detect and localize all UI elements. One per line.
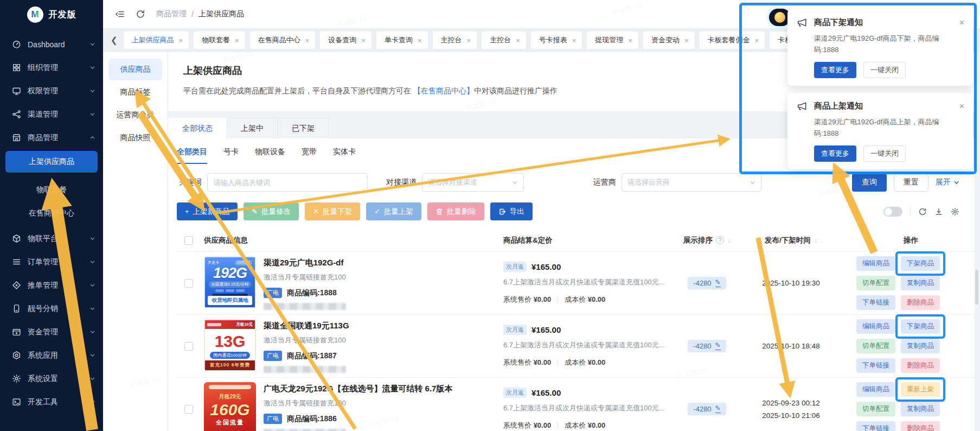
close-tab-icon[interactable]: ×	[516, 36, 520, 45]
close-tab-icon[interactable]: ×	[305, 36, 310, 45]
sidebar-item-4[interactable]: 商品管理	[0, 126, 103, 149]
refresh-table-icon[interactable]	[918, 207, 927, 216]
select-all-checkbox[interactable]	[184, 236, 193, 245]
edit-product-button[interactable]: 编辑商品	[856, 382, 895, 397]
edit-product-button[interactable]: 编辑商品	[856, 256, 895, 271]
close-tab-icon[interactable]: ×	[179, 36, 183, 45]
sort-value-pill[interactable]: -4280✎	[688, 403, 726, 415]
add-button[interactable]: + 上架新商品	[177, 202, 238, 220]
close-tab-icon[interactable]: ×	[572, 36, 577, 45]
batch-on-button[interactable]: ✓ 批量上架	[366, 202, 421, 220]
category-tab-2[interactable]: 物联设备	[255, 147, 285, 164]
delete-product-button[interactable]: 删除商品	[901, 295, 940, 310]
sort-icon[interactable]: ↓	[814, 237, 817, 244]
close-tab-icon[interactable]: ×	[361, 36, 366, 45]
offshelf-product-button[interactable]: 下架商品	[901, 256, 940, 271]
sidebar-item-12[interactable]: 开发工具	[0, 390, 103, 414]
tab-2[interactable]: 在售商品中心 ×	[250, 31, 316, 49]
close-tab-icon[interactable]: ×	[684, 36, 689, 45]
delete-product-button[interactable]: 删除商品	[901, 358, 940, 373]
collapse-sidebar-icon[interactable]	[115, 9, 125, 19]
sidebar-subitem-0[interactable]: 上架供应商品	[5, 151, 98, 173]
copy-product-button[interactable]: 复制商品	[901, 339, 940, 353]
sort-icon[interactable]: ↓	[727, 237, 731, 244]
view-more-button[interactable]: 查看更多	[814, 62, 856, 78]
channel-select[interactable]: 请选择对接渠道	[422, 173, 524, 192]
refresh-page-icon[interactable]	[136, 9, 145, 19]
category-tab-3[interactable]: 宽带	[302, 147, 317, 164]
close-tab-icon[interactable]: ×	[418, 36, 422, 45]
tab-9[interactable]: 资金变动 ×	[643, 31, 695, 49]
subnav-item-2[interactable]: 运营商分类	[108, 104, 162, 126]
tab-1[interactable]: 物联套餐 ×	[194, 31, 245, 49]
row-checkbox[interactable]	[184, 279, 193, 288]
switch-order-config-button[interactable]: 切单配置	[856, 402, 895, 416]
sidebar-subitem-1[interactable]: 物联套餐	[0, 178, 103, 201]
reshelf-product-button[interactable]: 重新上架	[901, 382, 940, 397]
copy-product-button[interactable]: 复制商品	[901, 402, 940, 416]
reset-button[interactable]: 重置	[894, 174, 928, 192]
switch-order-config-button[interactable]: 切单配置	[856, 339, 895, 353]
sidebar-item-1[interactable]: 组织管理	[0, 56, 103, 79]
sidebar-item-10[interactable]: 系统应用	[0, 344, 103, 367]
switch-order-config-button[interactable]: 切单配置	[856, 276, 895, 290]
order-link-button[interactable]: 下单链接	[856, 358, 895, 373]
category-tab-0[interactable]: 全部类目	[177, 147, 207, 164]
subnav-item-1[interactable]: 商品标签	[108, 81, 162, 103]
subnav-item-0[interactable]: 供应商品	[108, 59, 162, 80]
tab-6[interactable]: 主控台 ×	[482, 31, 526, 49]
close-all-button[interactable]: 一键关闭	[863, 145, 906, 162]
row-checkbox[interactable]	[184, 405, 193, 414]
sort-value-pill[interactable]: -4280✎	[688, 340, 726, 352]
breadcrumb-parent[interactable]: 商品管理	[156, 9, 187, 19]
tab-4[interactable]: 单卡查询 ×	[376, 31, 428, 49]
close-tab-icon[interactable]: ×	[628, 36, 632, 45]
tab-5[interactable]: 主控台 ×	[433, 31, 477, 49]
batch-off-button[interactable]: ✕ 批量下架	[305, 202, 360, 220]
edit-product-button[interactable]: 编辑商品	[856, 319, 895, 334]
sidebar-item-7[interactable]: 推单管理	[0, 274, 103, 297]
tab-0[interactable]: 上架供应商品 ×	[124, 31, 189, 49]
close-notification-icon[interactable]: ×	[959, 102, 964, 111]
close-all-button[interactable]: 一键关闭	[863, 62, 906, 78]
operator-select[interactable]: 请选择运营商	[622, 173, 761, 192]
sort-value-pill[interactable]: -4280✎	[688, 277, 726, 289]
sidebar-item-3[interactable]: 渠道管理	[0, 103, 103, 126]
vertical-scrollbar[interactable]	[975, 270, 978, 305]
sidebar-subitem-2[interactable]: 在售商品中心	[0, 201, 103, 225]
close-tab-icon[interactable]: ×	[467, 36, 471, 45]
status-tab-0[interactable]: 全部状态	[168, 118, 227, 138]
batch-edit-button[interactable]: ✎ 批量修改	[244, 202, 299, 220]
edit-pencil-icon[interactable]: ✎	[715, 279, 721, 287]
sidebar-item-2[interactable]: 权限管理	[0, 79, 103, 103]
category-tab-4[interactable]: 实体卡	[333, 147, 356, 164]
sidebar-item-9[interactable]: 资金管理	[0, 320, 103, 344]
sidebar-item-5[interactable]: 物联平台	[0, 227, 103, 250]
order-link-button[interactable]: 下单链接	[856, 295, 895, 310]
export-table-icon[interactable]	[934, 207, 943, 216]
status-tab-1[interactable]: 上架中	[227, 118, 278, 138]
search-button[interactable]: 查询	[852, 174, 887, 192]
export-button[interactable]: 导出	[490, 202, 533, 220]
sidebar-item-0[interactable]: Dashboard	[0, 33, 103, 56]
close-notification-icon[interactable]: ×	[959, 18, 964, 27]
keyword-input[interactable]	[207, 173, 368, 192]
subnav-item-3[interactable]: 商品快照	[108, 127, 162, 149]
compact-toggle[interactable]	[883, 207, 902, 217]
tabs-back-icon[interactable]: ❮	[111, 35, 118, 45]
tab-7[interactable]: 号卡报表 ×	[531, 31, 582, 49]
expand-filters-link[interactable]: 展开	[936, 178, 959, 187]
help-icon[interactable]: ?	[716, 236, 724, 244]
close-tab-icon[interactable]: ×	[235, 36, 239, 45]
delete-product-button[interactable]: 删除商品	[901, 421, 940, 431]
sidebar-item-11[interactable]: 系统设置	[0, 367, 103, 390]
copy-product-button[interactable]: 复制商品	[901, 276, 940, 290]
order-link-button[interactable]: 下单链接	[856, 421, 895, 431]
column-settings-icon[interactable]	[951, 207, 959, 216]
offshelf-product-button[interactable]: 下架商品	[901, 319, 940, 334]
status-tab-2[interactable]: 已下架	[278, 118, 329, 138]
tab-3[interactable]: 设备查询 ×	[320, 31, 371, 49]
onsale-center-link[interactable]: 【在售商品中心】	[413, 86, 474, 95]
sidebar-item-6[interactable]: 订单管理	[0, 250, 103, 274]
view-more-button[interactable]: 查看更多	[814, 145, 856, 162]
